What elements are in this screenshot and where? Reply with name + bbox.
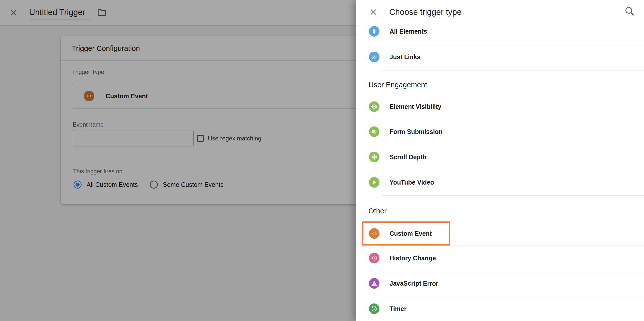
divider	[381, 120, 644, 120]
divider	[381, 246, 644, 246]
play-icon	[369, 177, 379, 188]
trigger-type-label: Element Visibility	[390, 101, 441, 112]
trigger-type-label: YouTube Video	[390, 177, 434, 188]
trigger-type-label: Timer	[390, 303, 407, 314]
trigger-type-just-links[interactable]: Just Links	[356, 52, 644, 62]
trigger-type-timer[interactable]: Timer	[356, 303, 644, 314]
mouse-icon	[369, 26, 379, 37]
choose-trigger-type-panel: All Elements Just Links User Engagement …	[356, 0, 644, 321]
trigger-type-history-change[interactable]: History Change	[356, 253, 644, 263]
divider	[381, 44, 644, 44]
form-check-icon	[369, 126, 379, 137]
scroll-arrows-icon	[369, 152, 379, 162]
warning-icon	[369, 278, 379, 289]
divider	[381, 170, 644, 170]
link-icon	[369, 52, 379, 62]
trigger-type-label: Form Submission	[390, 126, 442, 137]
trigger-type-form-submission[interactable]: Form Submission	[356, 126, 644, 137]
divider	[381, 145, 644, 145]
alarm-icon	[369, 303, 379, 314]
trigger-type-label: Just Links	[390, 52, 421, 62]
gtm-trigger-screen: Untitled Trigger Trigger Configuration T…	[0, 0, 644, 321]
trigger-type-custom-event[interactable]: Custom Event	[356, 228, 644, 239]
trigger-type-label: All Elements	[390, 26, 427, 37]
trigger-type-label: Custom Event	[390, 228, 432, 239]
divider	[381, 296, 644, 296]
trigger-type-all-elements[interactable]: All Elements	[356, 26, 644, 37]
trigger-type-label: JavaScript Error	[390, 278, 438, 289]
trigger-type-javascript-error[interactable]: JavaScript Error	[356, 278, 644, 289]
close-panel-icon[interactable]	[369, 7, 378, 17]
code-icon	[369, 228, 379, 239]
trigger-type-label: History Change	[390, 253, 436, 263]
panel-header: Choose trigger type	[356, 0, 644, 24]
trigger-type-list: All Elements Just Links User Engagement …	[356, 0, 644, 321]
section-header-user-engagement: User Engagement	[368, 80, 427, 89]
trigger-type-element-visibility[interactable]: Element Visibility	[356, 101, 644, 112]
panel-title: Choose trigger type	[389, 0, 462, 24]
eye-icon	[369, 101, 379, 112]
divider	[381, 70, 644, 70]
history-icon	[369, 253, 379, 263]
trigger-type-scroll-depth[interactable]: Scroll Depth	[356, 152, 644, 162]
divider	[381, 195, 644, 196]
trigger-type-label: Scroll Depth	[390, 152, 426, 162]
trigger-type-youtube-video[interactable]: YouTube Video	[356, 177, 644, 188]
divider	[381, 271, 644, 271]
search-icon[interactable]	[624, 6, 635, 17]
section-header-other: Other	[368, 206, 387, 215]
